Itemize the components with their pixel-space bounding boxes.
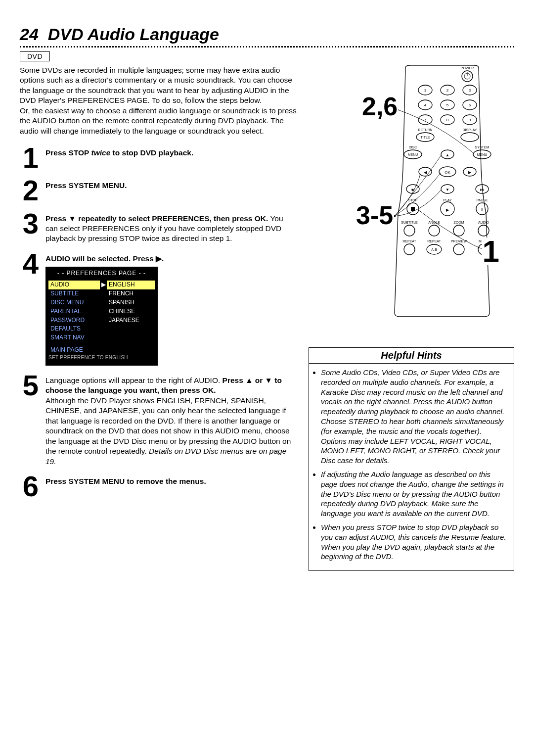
svg-text:⏭: ⏭ [480, 188, 484, 192]
hint-2: If adjusting the Audio language as descr… [321, 470, 509, 519]
svg-text:TITLE: TITLE [420, 136, 430, 139]
svg-text:MENU: MENU [477, 153, 488, 156]
svg-text:RETURN: RETURN [418, 128, 432, 132]
svg-text:▶: ▶ [446, 208, 449, 212]
svg-text:ZOOM: ZOOM [454, 221, 464, 224]
remote-illustration: .ln{fill:none;stroke:#000;stroke-width:1… [356, 65, 514, 318]
svg-text:DISC: DISC [409, 145, 417, 149]
svg-text:AUDIO: AUDIO [478, 221, 490, 224]
step-num-5: 5 [20, 373, 39, 467]
hint-3: When you press STOP twice to stop DVD pl… [321, 522, 509, 562]
intro-text: Some DVDs are recorded in multiple langu… [20, 65, 297, 136]
step-5: 5 Language options will appear to the ri… [20, 373, 297, 467]
pref-title: - - PREFERENCES PAGE - - [48, 270, 155, 278]
svg-text:▲: ▲ [445, 153, 449, 157]
svg-rect-51 [411, 207, 415, 211]
preferences-screen: - - PREFERENCES PAGE - - AUDIO ▶ ENGLISH… [45, 267, 158, 366]
step-4: 4 AUDIO will be selected. Press ▶. - - P… [20, 251, 297, 366]
svg-text:5: 5 [446, 103, 449, 107]
pref-item-audio: AUDIO [48, 281, 100, 289]
svg-text:▼: ▼ [445, 188, 449, 192]
step-num-2: 2 [20, 178, 39, 203]
svg-point-26 [461, 133, 479, 142]
dvd-badge: DVD [20, 51, 50, 61]
callout-2-6: 2,6 [361, 95, 399, 118]
svg-text:⏸: ⏸ [480, 207, 484, 212]
svg-text:▶: ▶ [468, 170, 472, 175]
svg-text:4: 4 [424, 103, 427, 107]
svg-text:A-B: A-B [431, 248, 437, 251]
pref-footer-text: SET PREFERENCE TO ENGLISH [48, 354, 155, 361]
hints-list: Some Audio CDs, Video CDs, or Super Vide… [309, 364, 514, 570]
steps-list: 1 Press STOP twice to stop DVD playback.… [20, 145, 297, 499]
svg-point-60 [404, 225, 415, 236]
svg-text:2: 2 [446, 88, 449, 93]
step-1: 1 Press STOP twice to stop DVD playback. [20, 145, 297, 171]
callout-3-5: 3-5 [355, 204, 394, 227]
hint-1: Some Audio CDs, Video CDs, or Super Vide… [321, 368, 509, 466]
step-num-4: 4 [20, 251, 39, 366]
intro-p1: Some DVDs are recorded in multiple langu… [20, 66, 292, 104]
pref-main-page: MAIN PAGE [48, 346, 155, 354]
page-title-text: DVD Audio Language [48, 25, 219, 44]
svg-text:REPEAT: REPEAT [402, 239, 416, 243]
title-divider [20, 46, 514, 47]
svg-text:REPEAT: REPEAT [427, 239, 441, 243]
svg-text:SYSTEM: SYSTEM [475, 145, 490, 149]
svg-text:MENU: MENU [408, 153, 418, 156]
page-title: 24 DVD Audio Language [20, 25, 514, 44]
page-number: 24 [20, 25, 39, 44]
svg-point-61 [429, 225, 440, 236]
svg-point-71 [453, 244, 464, 255]
callout-1: 1 [482, 237, 500, 265]
pref-lang-english: ENGLISH [107, 281, 155, 289]
svg-text:9: 9 [469, 118, 471, 122]
helpful-hints-box: Helpful Hints Some Audio CDs, Video CDs,… [309, 347, 514, 571]
svg-text:ANGLE: ANGLE [428, 221, 440, 224]
svg-text:6: 6 [469, 103, 471, 107]
svg-text:3: 3 [469, 88, 471, 93]
svg-point-68 [404, 244, 415, 255]
step-num-3: 3 [20, 211, 39, 244]
step-6: 6 Press SYSTEM MENU to remove the menus. [20, 473, 297, 499]
svg-text:DISPLAY: DISPLAY [462, 128, 477, 132]
svg-point-62 [453, 225, 464, 236]
svg-text:SUBTITLE: SUBTITLE [401, 221, 418, 224]
helpful-hints-title: Helpful Hints [309, 348, 514, 364]
svg-text:◀: ◀ [424, 170, 427, 175]
svg-text:OK: OK [445, 170, 450, 175]
svg-text:PREVIEW: PREVIEW [451, 239, 467, 243]
svg-text:PLAY: PLAY [443, 198, 452, 202]
svg-text:PAUSE: PAUSE [476, 198, 488, 202]
step-num-6: 6 [20, 473, 39, 499]
svg-text:1: 1 [424, 88, 427, 93]
svg-text:8: 8 [446, 118, 449, 122]
step-3: 3 Press ▼ repeatedly to select PREFERENC… [20, 211, 297, 244]
step-num-1: 1 [20, 145, 39, 171]
svg-text:POWER: POWER [461, 66, 474, 70]
pref-arrow-icon: ▶ [100, 281, 107, 289]
intro-p2: Or, the easiest way to choose a differen… [20, 106, 297, 135]
step-2: 2 Press SYSTEM MENU. [20, 178, 297, 203]
